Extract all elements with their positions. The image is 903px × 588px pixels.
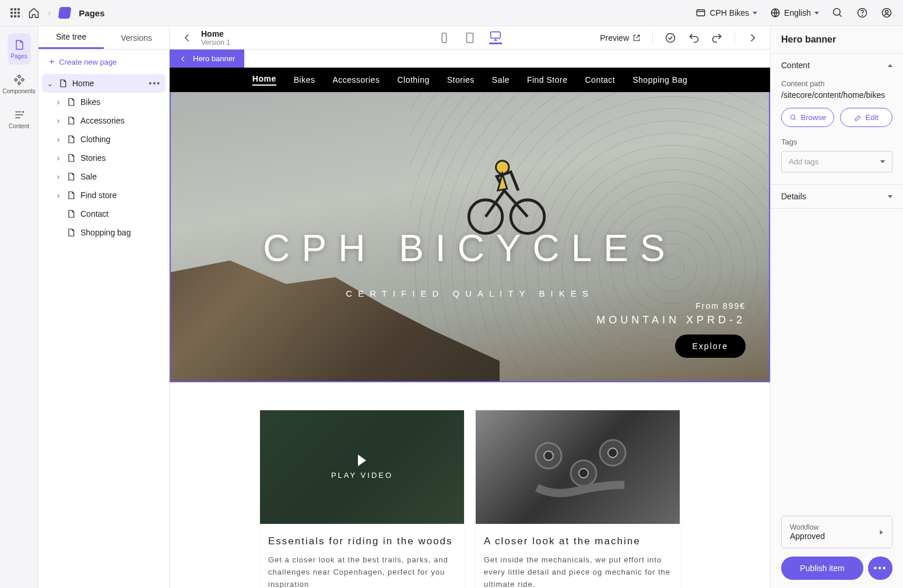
preview-button[interactable]: Preview [600, 33, 641, 43]
svg-rect-8 [442, 33, 446, 43]
forward-icon[interactable] [747, 32, 758, 44]
page-name: Home [201, 29, 230, 38]
tree-item-bikes[interactable]: ›Bikes [42, 93, 166, 111]
tree-item-home[interactable]: ⌄Home••• [42, 74, 166, 93]
card-image: PLAY VIDEO [260, 410, 464, 524]
canvas-header: Home Version 1 Preview [170, 26, 770, 50]
play-video-button[interactable]: PLAY VIDEO [331, 455, 393, 480]
rail-content[interactable]: Content [8, 103, 31, 135]
svg-point-6 [886, 10, 888, 13]
browse-button[interactable]: Browse [781, 108, 834, 127]
nav-bikes[interactable]: Bikes [294, 75, 315, 84]
nav-clothing[interactable]: Clothing [397, 75, 429, 84]
panel-title: Hero banner [771, 26, 903, 54]
card-description: Get a closer look at the best trails, pa… [268, 554, 456, 588]
tree-item-accessories[interactable]: ›Accessories [42, 111, 166, 130]
nav-shopping-bag[interactable]: Shopping Bag [633, 75, 687, 84]
home-icon[interactable] [28, 7, 40, 19]
rail-components[interactable]: Components [8, 68, 31, 100]
account-icon[interactable] [881, 7, 893, 19]
left-rail: Pages Components Content [0, 26, 38, 588]
validate-icon[interactable] [665, 32, 676, 44]
site-selector[interactable]: CPH Bikes [695, 8, 757, 18]
tree-panel: Site tree Versions +Create new page ⌄Hom… [38, 26, 170, 588]
svg-point-16 [544, 451, 553, 460]
page-version: Version 1 [201, 38, 230, 47]
section-content-header[interactable]: Content [771, 54, 903, 77]
svg-point-11 [666, 33, 675, 42]
edit-button[interactable]: Edit [840, 108, 893, 127]
svg-rect-9 [467, 33, 473, 43]
tree-item-clothing[interactable]: ›Clothing [42, 130, 166, 149]
svg-point-18 [579, 469, 588, 478]
hero-price: From 899€ [596, 301, 746, 311]
create-page-button[interactable]: +Create new page [38, 50, 169, 74]
properties-panel: Hero banner Content Content path /siteco… [770, 26, 903, 588]
card-image [476, 410, 680, 524]
hero-cta-button[interactable]: Explore [675, 335, 746, 358]
card-title: Essentials for riding in the woods [268, 536, 456, 547]
help-icon[interactable] [856, 7, 868, 19]
hero-subtitle: CERTIFIED QUALITY BIKES [346, 288, 593, 298]
section-details-header[interactable]: Details [771, 185, 903, 208]
content-path-label: Content path [781, 79, 893, 88]
device-mobile-icon[interactable] [438, 31, 451, 44]
svg-point-21 [790, 115, 795, 119]
content-card[interactable]: PLAY VIDEO Essentials for riding in the … [260, 410, 464, 588]
topbar: › Pages CPH Bikes English [0, 0, 903, 26]
svg-point-4 [862, 15, 863, 16]
redo-icon[interactable] [711, 32, 723, 44]
tags-label: Tags [781, 138, 893, 146]
back-icon[interactable] [181, 32, 193, 44]
tree-item-shopping-bag[interactable]: Shopping bag [42, 223, 166, 242]
hero-title: CPH BICYCLES [263, 227, 676, 270]
svg-rect-0 [697, 10, 705, 16]
tree-item-find-store[interactable]: ›Find store [42, 186, 166, 205]
nav-find-store[interactable]: Find Store [527, 75, 568, 84]
app-title: Pages [79, 8, 104, 18]
device-desktop-icon[interactable] [489, 31, 502, 44]
svg-point-20 [608, 448, 617, 457]
svg-rect-10 [491, 32, 501, 38]
tab-versions[interactable]: Versions [104, 26, 169, 49]
svg-point-2 [834, 9, 841, 16]
card-title: A closer look at the machine [484, 536, 672, 547]
nav-sale[interactable]: Sale [492, 75, 510, 84]
logo-icon [58, 7, 72, 19]
device-tablet-icon[interactable] [463, 31, 476, 44]
hero-product-name: MOUNTAIN XPRD-2 [596, 314, 746, 326]
tree-item-sale[interactable]: ›Sale [42, 167, 166, 186]
rail-pages[interactable]: Pages [8, 33, 31, 65]
app-launcher-icon[interactable] [10, 8, 20, 17]
content-path-value: /sitecore/content/home/bikes [781, 90, 893, 100]
svg-point-7 [22, 111, 23, 112]
hero-banner[interactable]: CPH BICYCLES CERTIFIED QUALITY BIKES Fro… [170, 92, 770, 382]
undo-icon[interactable] [688, 32, 700, 44]
tags-input[interactable]: Add tags [781, 151, 893, 172]
tree-item-stories[interactable]: ›Stories [42, 149, 166, 167]
canvas: Home Version 1 Preview Hero banne [170, 26, 770, 588]
publish-more-button[interactable]: ••• [868, 557, 893, 580]
content-card[interactable]: A closer look at the machine Get inside … [476, 410, 680, 588]
language-selector[interactable]: English [770, 8, 819, 18]
tab-site-tree[interactable]: Site tree [38, 26, 104, 49]
workflow-selector[interactable]: Workflow Approved [781, 516, 893, 548]
search-icon[interactable] [832, 7, 844, 19]
nav-stories[interactable]: Stories [447, 75, 475, 84]
site-nav: HomeBikesAccessoriesClothingStoriesSaleF… [170, 68, 770, 92]
component-crumb[interactable]: Hero banner [170, 50, 244, 68]
biker-illustration [458, 144, 551, 237]
nav-contact[interactable]: Contact [585, 75, 615, 84]
nav-accessories[interactable]: Accessories [332, 75, 380, 84]
card-description: Get inside the mechanicals, we put effor… [484, 554, 672, 588]
nav-home[interactable]: Home [252, 74, 276, 86]
tree-item-contact[interactable]: Contact [42, 205, 166, 223]
publish-button[interactable]: Publish item [781, 557, 863, 580]
